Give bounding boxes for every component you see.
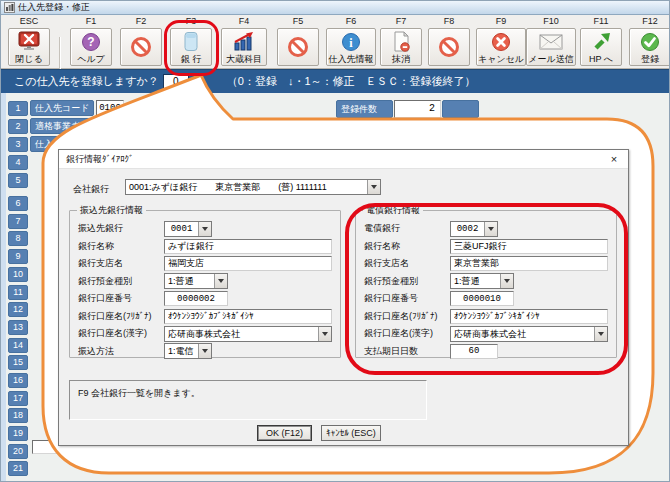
- account-title-button-label: 大蔵科目: [226, 54, 262, 64]
- delete-button[interactable]: 抹消: [380, 28, 422, 66]
- function-key-toolbar: ESC 閉じる F1 ? ヘルプ F2 F3 銀 行: [1, 15, 670, 69]
- dialog-titlebar: 銀行情報ﾀﾞｲｱﾛｸﾞ: [59, 150, 628, 169]
- row-number: 16: [8, 373, 28, 388]
- f2-disabled-button: [120, 28, 162, 66]
- bank-branch-input[interactable]: [164, 256, 332, 271]
- cancel-button-label: キャンセル: [478, 54, 524, 64]
- densai-account-number-input[interactable]: [450, 291, 514, 306]
- qualified-business-number-input[interactable]: [96, 118, 124, 134]
- row-number: 19: [8, 426, 28, 441]
- transfer-bank-select[interactable]: 0001: [164, 221, 212, 237]
- register-count-value: 2: [394, 100, 441, 118]
- register-button-label: 登録: [641, 54, 659, 64]
- row-number: 14: [8, 338, 28, 353]
- register-count-label: 登録件数: [336, 100, 393, 118]
- supplier-info-button-label: 仕入先情報: [329, 54, 374, 64]
- close-button[interactable]: 閉じる: [8, 28, 50, 66]
- chart-icon: [233, 29, 255, 54]
- densai-bank-select[interactable]: 0002: [450, 221, 498, 237]
- message-prompt: この仕入先を登録しますか？: [14, 74, 159, 89]
- send-mail-button[interactable]: メール送信: [526, 28, 576, 66]
- row-number: 7: [8, 214, 28, 229]
- densai-account-kanji-select[interactable]: 応研商事株式会社: [450, 326, 608, 342]
- fkey-label-f4: F4: [221, 16, 267, 27]
- row-number: 10: [8, 267, 28, 282]
- bank-icon: [181, 29, 201, 54]
- densai-bank-group: 電債銀行情報 電債銀行 0002 銀行名称 銀行支店名 銀行預金種別 1:普通 …: [355, 210, 617, 358]
- fkey-label-f11: F11: [580, 16, 622, 27]
- row-number: 17: [8, 391, 28, 406]
- window-titlebar: 仕入先登録・修正: [1, 1, 670, 15]
- f5-disabled-button: [277, 28, 319, 66]
- f8-disabled-button: [428, 28, 470, 66]
- register-button[interactable]: 登録: [629, 28, 670, 66]
- close-button-label: 閉じる: [15, 54, 42, 64]
- account-kanji-select[interactable]: 応研商事株式会社: [164, 326, 332, 342]
- fkey-label-f6: F6: [326, 16, 376, 27]
- payment-due-days-input[interactable]: [450, 344, 498, 359]
- row-number: 15: [8, 355, 28, 370]
- homepage-button[interactable]: HP へ: [580, 28, 622, 66]
- densai-account-kana-input[interactable]: [450, 309, 608, 324]
- densai-bank-group-title: 電債銀行情報: [363, 205, 423, 216]
- left-frame-strip: [1, 93, 6, 482]
- send-mail-button-label: メール送信: [528, 54, 573, 64]
- dialog-close-icon[interactable]: ×: [607, 152, 621, 166]
- densai-bank-name-input[interactable]: [450, 239, 608, 254]
- cancel-icon: [491, 29, 511, 54]
- cancel-button[interactable]: キャンセル: [476, 28, 526, 66]
- row-number: 21: [8, 461, 28, 476]
- homepage-icon: [591, 29, 611, 54]
- help-icon: ?: [81, 29, 101, 54]
- bank-name-input[interactable]: [164, 239, 332, 254]
- chevron-down-icon: [500, 274, 513, 288]
- fkey-label-f2: F2: [120, 16, 162, 27]
- erase-icon: [391, 29, 411, 54]
- homepage-button-label: HP へ: [589, 54, 613, 64]
- dialog-cancel-button[interactable]: ｷｬﾝｾﾙ (ESC): [321, 425, 381, 441]
- densai-deposit-type-select[interactable]: 1:普通: [450, 273, 514, 289]
- row-number: 11: [8, 285, 28, 300]
- help-button-label: ヘルプ: [77, 54, 105, 64]
- company-bank-label: 会社銀行: [73, 183, 109, 196]
- bank-info-dialog: 銀行情報ﾀﾞｲｱﾛｸﾞ × 会社銀行 0001:みずほ銀行 東京営業部 (普) …: [58, 149, 629, 446]
- chevron-down-icon: [594, 327, 607, 341]
- deposit-type-select[interactable]: 1:普通: [164, 273, 228, 289]
- account-number-input[interactable]: [164, 291, 228, 306]
- fkey-label-f5: F5: [277, 16, 319, 27]
- fkey-label-f7: F7: [380, 16, 422, 27]
- account-title-button[interactable]: 大蔵科目: [221, 28, 267, 66]
- transfer-method-select[interactable]: 1:電信: [164, 343, 212, 359]
- row-number: 20: [8, 444, 28, 459]
- fkey-label-esc: ESC: [8, 16, 50, 27]
- chevron-down-icon: [214, 274, 227, 288]
- mail-icon: [539, 29, 563, 54]
- dialog-ok-button[interactable]: OK (F12): [257, 425, 312, 441]
- company-bank-select[interactable]: 0001:みずほ銀行 東京営業部 (普) 1111111: [125, 179, 381, 195]
- help-button[interactable]: ? ヘルプ: [70, 28, 112, 66]
- row-number: 6: [8, 196, 28, 211]
- chevron-down-icon: [318, 327, 331, 341]
- densai-bank-branch-input[interactable]: [450, 256, 608, 271]
- transfer-bank-group-title: 振込先銀行情報: [77, 205, 146, 216]
- mode-input[interactable]: [163, 74, 189, 89]
- fkey-label-f1: F1: [70, 16, 112, 27]
- account-kana-input[interactable]: [164, 309, 332, 324]
- supplier-info-button[interactable]: i 仕入先情報: [326, 28, 376, 66]
- bank-button-label: 銀 行: [181, 54, 202, 64]
- qualified-business-number-label: 適格事業者番号: [30, 118, 94, 134]
- fkey-label-f10: F10: [526, 16, 576, 27]
- bank-button[interactable]: 銀 行: [170, 28, 212, 66]
- blocked-icon: [438, 29, 460, 64]
- delete-button-label: 抹消: [392, 54, 410, 64]
- fkey-label-f12: F12: [629, 16, 670, 27]
- register-icon: [640, 29, 660, 54]
- chevron-down-icon: [198, 344, 211, 358]
- supplier-code-label: 仕入先コード: [30, 100, 94, 116]
- row-number: 9: [8, 249, 28, 264]
- company-bank-value: 0001:みずほ銀行 東京営業部 (普) 1111111: [126, 180, 367, 194]
- supplier-code-input[interactable]: [96, 100, 124, 116]
- row-number: 5: [8, 173, 28, 188]
- row-number: 2: [8, 119, 28, 134]
- dialog-title: 銀行情報ﾀﾞｲｱﾛｸﾞ: [66, 153, 134, 166]
